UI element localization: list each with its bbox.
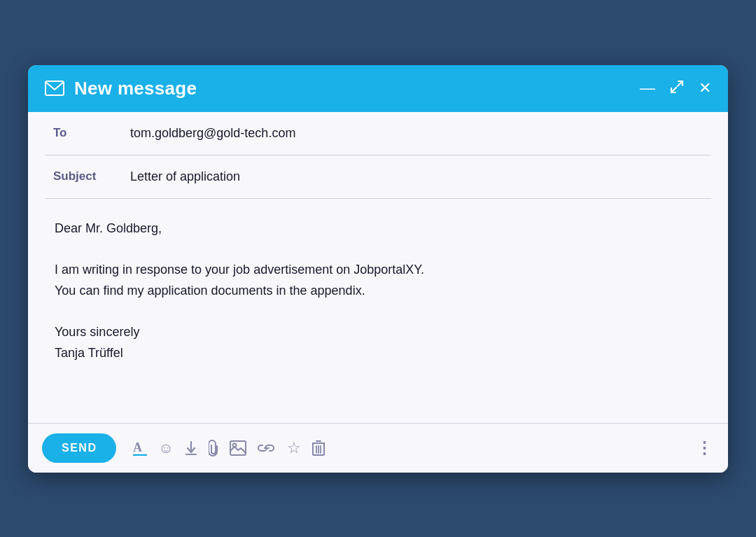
trash-icon[interactable] <box>312 440 325 456</box>
send-button[interactable]: SEND <box>42 433 116 463</box>
more-options-button[interactable]: ⋮ <box>696 438 714 458</box>
attachment-icon[interactable] <box>209 440 218 456</box>
dialog-wrapper: New message — ✕ To tom.goldberg <box>14 51 742 487</box>
download-icon[interactable] <box>185 440 197 456</box>
dialog-title: New message <box>74 78 630 99</box>
emoji-icon[interactable]: ☺ <box>158 440 173 456</box>
subject-label: Subject <box>53 169 130 183</box>
maximize-button[interactable] <box>669 79 685 97</box>
toolbar-icons: A ☺ <box>133 439 685 457</box>
svg-text:A: A <box>133 440 142 454</box>
star-icon[interactable]: ☆ <box>287 439 301 457</box>
minimize-button[interactable]: — <box>640 81 655 96</box>
to-value[interactable]: tom.goldberg@gold-tech.com <box>130 126 703 141</box>
subject-field-row: Subject Letter of application <box>45 155 711 199</box>
mail-icon <box>45 81 64 96</box>
compose-dialog: New message — ✕ To tom.goldberg <box>28 65 728 473</box>
to-label: To <box>53 126 130 140</box>
title-bar-controls: — ✕ <box>640 79 711 97</box>
link-icon[interactable] <box>258 442 276 454</box>
message-area[interactable]: Dear Mr. Goldberg, I am writing in respo… <box>45 199 711 423</box>
close-button[interactable]: ✕ <box>699 81 711 96</box>
image-icon[interactable] <box>230 440 246 456</box>
title-bar: New message — ✕ <box>28 65 728 112</box>
dialog-body: To tom.goldberg@gold-tech.com Subject Le… <box>28 112 728 423</box>
font-icon[interactable]: A <box>133 440 147 456</box>
toolbar: SEND A ☺ <box>28 423 728 473</box>
subject-value[interactable]: Letter of application <box>130 169 703 184</box>
to-field-row: To tom.goldberg@gold-tech.com <box>45 112 711 155</box>
message-body: Dear Mr. Goldberg, I am writing in respo… <box>55 218 701 364</box>
